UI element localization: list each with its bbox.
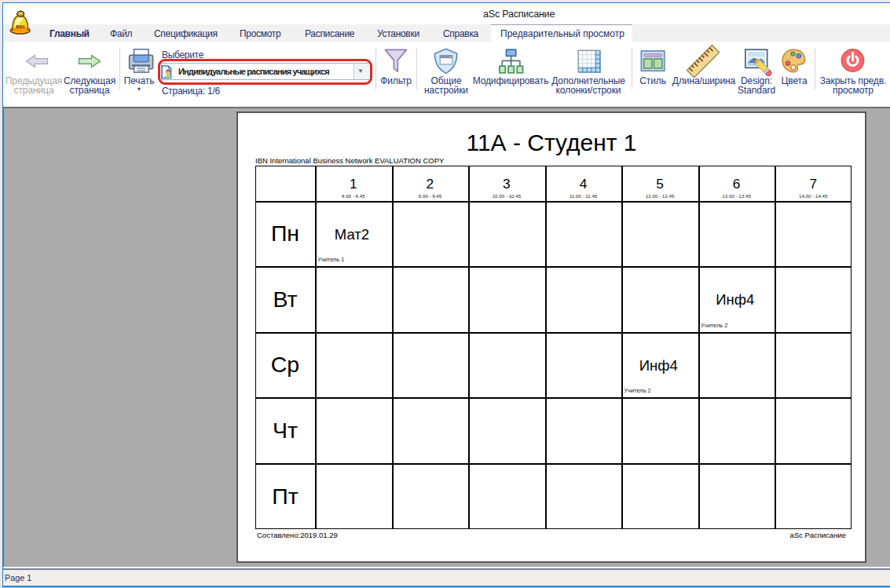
svg-text:asc: asc <box>16 23 25 30</box>
